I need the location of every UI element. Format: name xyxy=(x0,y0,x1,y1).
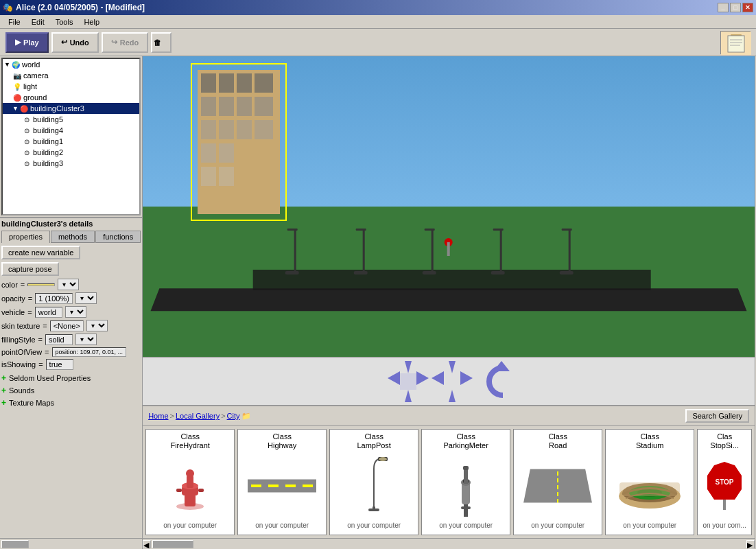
tree-item-building1[interactable]: ⊙ building1 xyxy=(3,136,139,147)
tab-functions[interactable]: functions xyxy=(95,231,141,243)
prop-opacity-value: 1 (100%) xyxy=(35,293,73,304)
left-panel-scrollbar-thumb[interactable] xyxy=(1,540,29,548)
tree-label-camera: camera xyxy=(23,71,49,80)
breadcrumb-sep2: > xyxy=(221,412,225,420)
tree-item-light[interactable]: 💡 light xyxy=(3,81,139,92)
building5-icon: ⊙ xyxy=(22,115,32,124)
expand-texture-label: Texture Maps xyxy=(9,399,54,407)
menu-file[interactable]: File xyxy=(3,16,26,27)
gallery-header: Home > Local Gallery > City 📁 Search Gal… xyxy=(143,406,755,426)
expand-seldom[interactable]: + Seldom Used Properties xyxy=(1,372,141,384)
svg-rect-35 xyxy=(491,271,505,274)
expand-texture[interactable]: + Texture Maps xyxy=(1,397,141,409)
prop-pov-op: = xyxy=(45,348,49,356)
gallery-item-stadium[interactable]: ClassStadium on your c xyxy=(605,429,694,535)
create-new-variable-button[interactable]: create new variable xyxy=(1,246,80,259)
tree-label-ground: ground xyxy=(23,93,47,102)
gallery-item-road[interactable]: ClassRoad on your computer xyxy=(513,429,602,535)
prop-color-label: color xyxy=(1,281,18,289)
gallery-item-stopsign-subtitle: on your com... xyxy=(701,520,747,530)
breadcrumb-home[interactable]: Home xyxy=(148,412,168,420)
tree-item-building2[interactable]: ⊙ building2 xyxy=(3,147,139,158)
prop-color-swatch xyxy=(27,283,55,286)
prop-opacity-dropdown[interactable]: ▾ xyxy=(75,292,97,304)
breadcrumb-city[interactable]: City xyxy=(227,412,240,420)
prop-vehicle-dropdown[interactable]: ▾ xyxy=(65,306,86,318)
svg-rect-72 xyxy=(461,506,471,509)
gallery-item-highway-img xyxy=(238,452,326,520)
undo-button[interactable]: ↩ Undo xyxy=(51,32,99,53)
prop-skin-dropdown[interactable]: ▾ xyxy=(86,320,108,331)
gallery-scroll-left[interactable]: ◀ xyxy=(143,540,151,548)
menu-tools[interactable]: Tools xyxy=(50,16,79,27)
svg-point-56 xyxy=(186,469,194,478)
gallery-item-stopsign[interactable]: ClasStopSi... STOP on your com... xyxy=(697,429,752,535)
gallery-scrollbar[interactable]: ◀ ▶ xyxy=(143,538,755,549)
tree-expand-cluster[interactable]: ▼ xyxy=(12,105,19,112)
building1-icon: ⊙ xyxy=(22,137,32,146)
gallery-item-firehydrant[interactable]: ClassFireHydrant on yo xyxy=(145,429,235,535)
svg-rect-12 xyxy=(219,97,234,116)
gallery-item-parkingmeter[interactable]: ClassParkingMeter on your computer xyxy=(421,429,510,535)
nav-arrows-strafe xyxy=(432,361,473,402)
svg-rect-36 xyxy=(569,229,571,273)
prop-color-dropdown[interactable]: ▾ xyxy=(58,279,79,290)
gallery-breadcrumb: Home > Local Gallery > City 📁 xyxy=(148,412,250,421)
tree-expand-world[interactable]: ▼ xyxy=(4,61,11,68)
capture-pose-button[interactable]: capture pose xyxy=(1,262,59,276)
tree-item-world[interactable]: ▼ 🌍 world xyxy=(3,59,139,70)
trash-button[interactable]: 🗑 xyxy=(151,32,172,53)
tree-label-buildingcluster3: buildingCluster3 xyxy=(30,104,84,113)
gallery-item-lamppost-subtitle: on your computer xyxy=(346,520,402,530)
viewport-3d[interactable] xyxy=(143,56,755,357)
redo-button[interactable]: ↪ Redo xyxy=(102,32,149,53)
svg-rect-62 xyxy=(285,484,296,487)
tree-item-camera[interactable]: 📷 camera xyxy=(3,70,139,81)
expand-sounds-icon: + xyxy=(1,386,6,395)
world-tree[interactable]: ▼ 🌍 world 📷 camera 💡 light 🔴 ground ▼ xyxy=(1,58,141,215)
menu-help[interactable]: Help xyxy=(78,16,105,27)
svg-rect-31 xyxy=(425,229,435,231)
gallery-scrollbar-thumb[interactable] xyxy=(152,540,193,548)
svg-marker-41 xyxy=(388,371,400,385)
menu-edit[interactable]: Edit xyxy=(26,16,50,27)
tree-item-building4[interactable]: ⊙ building4 xyxy=(3,125,139,136)
gallery-item-stadium-subtitle: on your computer xyxy=(622,520,678,530)
tree-item-ground[interactable]: 🔴 ground xyxy=(3,92,139,103)
expand-sounds[interactable]: + Sounds xyxy=(1,384,141,397)
close-button[interactable]: ✕ xyxy=(742,3,753,12)
tree-label-building5: building5 xyxy=(33,115,63,124)
tab-methods[interactable]: methods xyxy=(51,231,95,243)
svg-rect-22 xyxy=(219,167,234,186)
gallery-item-firehydrant-title: ClassFireHydrant xyxy=(169,430,211,452)
play-button[interactable]: ▶ Play xyxy=(5,32,49,53)
svg-marker-42 xyxy=(416,371,429,385)
gallery-item-highway[interactable]: ClassHighway on your computer xyxy=(237,429,327,535)
svg-rect-8 xyxy=(219,73,234,93)
svg-rect-2 xyxy=(728,36,744,52)
gallery-scroll-right[interactable]: ▶ xyxy=(746,540,755,548)
tree-item-building5[interactable]: ⊙ building5 xyxy=(3,114,139,125)
prop-filling-style: fillingStyle = solid ▾ xyxy=(1,334,141,345)
tab-properties[interactable]: properties xyxy=(1,231,50,243)
prop-filling-dropdown[interactable]: ▾ xyxy=(75,334,97,345)
svg-rect-14 xyxy=(255,97,273,116)
svg-rect-38 xyxy=(560,271,574,274)
left-panel-scrollbar[interactable] xyxy=(0,538,142,549)
maximize-button[interactable]: □ xyxy=(730,3,741,12)
svg-rect-15 xyxy=(201,120,216,139)
gallery-item-lamppost[interactable]: ClassLampPost on your computer xyxy=(329,429,418,535)
tree-item-buildingcluster3[interactable]: ▼ 🔴 buildingCluster3 xyxy=(3,103,139,114)
svg-rect-37 xyxy=(562,229,572,231)
breadcrumb-local[interactable]: Local Gallery xyxy=(176,412,220,420)
gallery-item-highway-title: ClassHighway xyxy=(266,430,298,452)
svg-rect-68 xyxy=(373,469,375,510)
tree-item-building3[interactable]: ⊙ building3 xyxy=(3,158,139,169)
nav-arrows-left-right-up-down xyxy=(388,361,429,402)
search-gallery-button[interactable]: Search Gallery xyxy=(685,409,749,423)
minimize-button[interactable]: _ xyxy=(718,3,729,12)
clipboard-area xyxy=(720,31,751,54)
gallery-item-lamppost-img xyxy=(330,452,418,520)
gallery-items[interactable]: ClassFireHydrant on yo xyxy=(143,426,755,538)
title-bar: 🎭 Alice (2.0 04/05/2005) - [Modified] _ … xyxy=(0,0,756,15)
